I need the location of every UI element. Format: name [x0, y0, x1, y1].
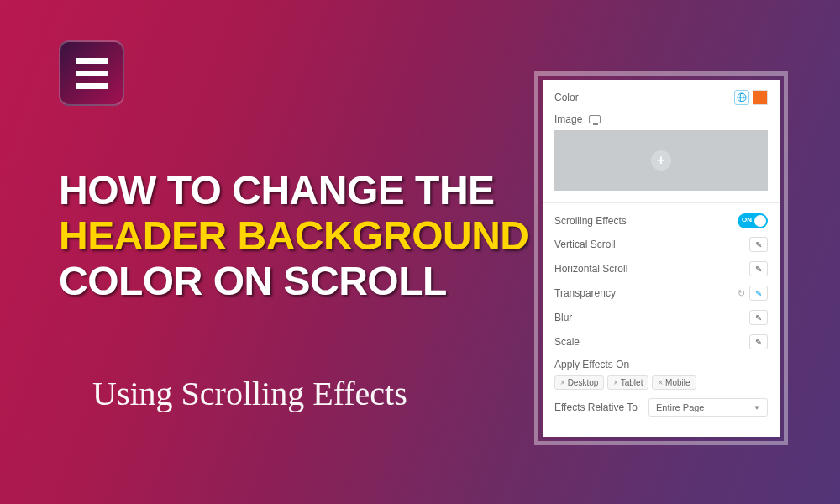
apply-effects-label: Apply Effects On	[554, 359, 768, 370]
scale-edit[interactable]: ✎	[749, 334, 768, 349]
color-swatch[interactable]	[753, 90, 768, 105]
settings-panel: Color Image + Scrolling Effects ON Ve	[543, 80, 780, 437]
blur-edit[interactable]: ✎	[749, 310, 768, 325]
title-line-1: How to Change the	[59, 168, 529, 213]
scrolling-effects-toggle[interactable]: ON	[738, 213, 768, 228]
caret-down-icon: ▼	[753, 404, 760, 412]
image-label: Image	[554, 113, 582, 125]
transparency-edit[interactable]: ✎	[749, 286, 768, 301]
toggle-knob	[754, 215, 766, 227]
scale-label: Scale	[554, 336, 580, 348]
effects-relative-select[interactable]: Entire Page ▼	[648, 398, 768, 417]
transparency-label: Transparency	[554, 287, 616, 299]
globe-icon[interactable]	[734, 90, 749, 105]
transparency-row: Transparency ↻ ✎	[554, 286, 768, 301]
main-title: How to Change the Header Background Colo…	[59, 168, 529, 303]
settings-panel-frame: Color Image + Scrolling Effects ON Ve	[534, 71, 788, 445]
blur-label: Blur	[554, 312, 572, 323]
chip-desktop[interactable]: Desktop	[554, 375, 604, 390]
select-value: Entire Page	[656, 402, 704, 412]
chip-tablet[interactable]: Tablet	[607, 375, 648, 390]
color-control[interactable]	[734, 90, 768, 105]
pencil-icon: ✎	[755, 240, 762, 249]
image-upload[interactable]: +	[554, 130, 768, 191]
elementor-logo	[59, 40, 124, 106]
scrolling-effects-label: Scrolling Effects	[554, 215, 627, 227]
divider	[543, 202, 780, 203]
title-line-2: Header Background	[59, 213, 529, 259]
chip-mobile[interactable]: Mobile	[652, 375, 696, 390]
effects-relative-label: Effects Relative To	[554, 402, 638, 413]
horizontal-scroll-label: Horizontal Scroll	[554, 263, 627, 275]
color-label: Color	[554, 92, 579, 103]
horizontal-scroll-edit[interactable]: ✎	[749, 261, 768, 276]
pencil-icon: ✎	[755, 338, 762, 347]
device-icon[interactable]	[589, 115, 601, 123]
image-label-row: Image	[554, 113, 768, 125]
device-chips[interactable]: Desktop Tablet Mobile	[554, 375, 768, 390]
vertical-scroll-label: Vertical Scroll	[554, 239, 616, 250]
subtitle: Using Scrolling Effects	[92, 374, 407, 413]
plus-icon: +	[651, 150, 671, 171]
horizontal-scroll-row: Horizontal Scroll ✎	[554, 261, 768, 276]
pencil-icon: ✎	[755, 265, 762, 274]
toggle-on-text: ON	[742, 216, 752, 223]
vertical-scroll-edit[interactable]: ✎	[749, 237, 768, 252]
refresh-icon[interactable]: ↻	[738, 288, 745, 299]
blur-row: Blur ✎	[554, 310, 768, 325]
vertical-scroll-row: Vertical Scroll ✎	[554, 237, 768, 252]
pencil-icon: ✎	[755, 313, 762, 323]
scrolling-effects-row: Scrolling Effects ON	[554, 213, 768, 228]
pencil-icon: ✎	[755, 289, 762, 298]
effects-relative-row: Effects Relative To Entire Page ▼	[554, 398, 768, 417]
scale-row: Scale ✎	[554, 334, 768, 349]
color-row: Color	[554, 90, 768, 105]
title-line-3: Color on Scroll	[59, 259, 529, 304]
